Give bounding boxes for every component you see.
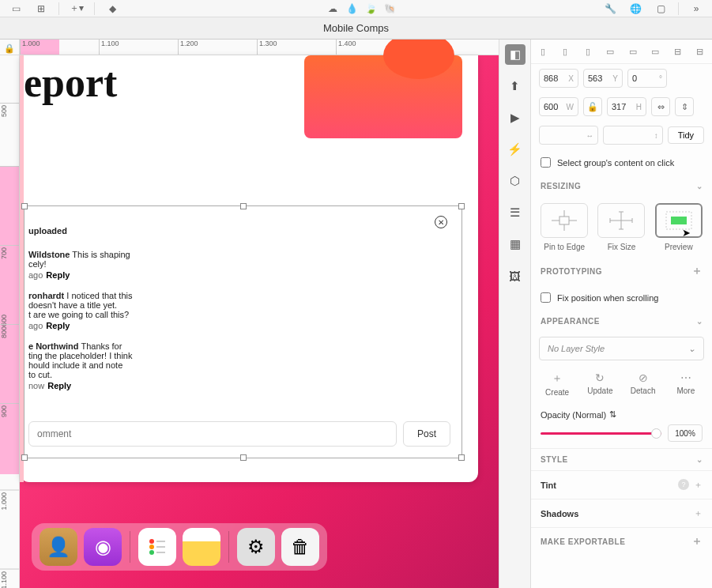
diamond-icon[interactable]: ◆ bbox=[104, 2, 120, 16]
fix-position-checkbox[interactable] bbox=[541, 292, 551, 303]
svg-rect-18 bbox=[671, 217, 687, 224]
flip-h-icon[interactable]: ⇔ bbox=[651, 97, 670, 116]
panel-icon[interactable]: ▭ bbox=[8, 2, 24, 16]
stepper-icon[interactable]: ⇅ bbox=[609, 409, 616, 420]
lock-aspect-icon[interactable]: 🔓 bbox=[583, 97, 602, 116]
tool-strip: ◧ ⬆ ▶ ⚡ ⬡ ☰ ▦ 🖼 bbox=[499, 40, 530, 588]
align-left-icon[interactable]: ▯ bbox=[536, 44, 550, 58]
dock-app-contacts[interactable]: 👤 bbox=[40, 528, 77, 566]
spacing-h-input[interactable]: ↔ bbox=[539, 126, 598, 145]
tool-pixel-icon[interactable]: ▦ bbox=[505, 234, 526, 254]
align-bottom-icon[interactable]: ▭ bbox=[648, 44, 662, 58]
resize-handle[interactable] bbox=[458, 454, 465, 461]
layer-style-select[interactable]: No Layer Style⌄ bbox=[539, 337, 704, 360]
comment-item: e Northwind Thanks for ting the placehol… bbox=[28, 341, 147, 390]
align-center-h-icon[interactable]: ▯ bbox=[558, 44, 572, 58]
canvas-content[interactable]: eport ✕ uploaded Wildstone This is shapi… bbox=[20, 55, 499, 588]
window-title: Mobile Comps bbox=[0, 17, 712, 40]
chevron-down-icon[interactable]: ⌄ bbox=[696, 317, 703, 326]
resize-handle[interactable] bbox=[240, 454, 247, 461]
close-icon[interactable]: ✕ bbox=[435, 216, 447, 228]
resize-handle[interactable] bbox=[458, 203, 465, 209]
tool-list-icon[interactable]: ☰ bbox=[505, 202, 526, 223]
plus-icon[interactable]: ＋ bbox=[694, 479, 703, 491]
expand-icon[interactable]: » bbox=[688, 2, 704, 16]
comment-item: Wildstone This is shaping cely! agoReply bbox=[28, 250, 147, 280]
align-right-icon[interactable]: ▯ bbox=[581, 44, 595, 58]
width-input[interactable]: 600W bbox=[539, 97, 578, 116]
refresh-icon: ↻ bbox=[578, 371, 621, 384]
distribute-h-icon[interactable]: ⊟ bbox=[671, 44, 685, 58]
x-input[interactable]: 868X bbox=[539, 69, 578, 88]
lock-icon[interactable]: 🔒 bbox=[4, 43, 15, 54]
shadows-row: Shadows ＋ bbox=[531, 499, 712, 527]
align-top-icon[interactable]: ▭ bbox=[603, 44, 617, 58]
wrench-icon[interactable]: 🔧 bbox=[602, 2, 618, 16]
svg-point-0 bbox=[149, 539, 154, 544]
flip-v-icon[interactable]: ⇕ bbox=[675, 97, 694, 116]
plus-icon[interactable]: ＋ bbox=[691, 264, 703, 278]
y-input[interactable]: 563Y bbox=[583, 69, 623, 88]
tool-image-icon[interactable]: 🖼 bbox=[505, 266, 526, 286]
drop-icon[interactable]: 💧 bbox=[344, 2, 360, 16]
chevron-down-icon[interactable]: ⌄ bbox=[696, 455, 703, 464]
tool-bolt-icon[interactable]: ⚡ bbox=[505, 139, 526, 160]
help-icon[interactable]: ? bbox=[678, 479, 689, 490]
leaf-icon[interactable]: 🍃 bbox=[363, 2, 379, 16]
comment-input[interactable] bbox=[28, 421, 397, 447]
resize-handle[interactable] bbox=[21, 203, 28, 209]
ruler-vertical[interactable]: 500 600 700 800 900 1.000 1.100 bbox=[0, 55, 20, 588]
opacity-slider[interactable] bbox=[541, 432, 661, 435]
canvas[interactable]: 🔒 1.000 1.100 1.200 1.300 1.400 1.500 50… bbox=[0, 40, 499, 588]
green-box-icon[interactable]: ▢ bbox=[653, 2, 669, 16]
resize-handle[interactable] bbox=[21, 454, 28, 461]
height-input[interactable]: 317H bbox=[607, 97, 646, 116]
reply-link[interactable]: Reply bbox=[46, 321, 70, 330]
tidy-button[interactable]: Tidy bbox=[668, 126, 704, 144]
plus-icon[interactable]: ＋ bbox=[691, 534, 703, 548]
rotation-input[interactable]: 0° bbox=[627, 69, 667, 88]
dock-app-trash[interactable]: 🗑 bbox=[281, 528, 319, 566]
tool-gear-icon[interactable]: ⬡ bbox=[505, 171, 526, 191]
orange-shape[interactable] bbox=[304, 55, 462, 138]
artboard[interactable]: eport ✕ uploaded Wildstone This is shapi… bbox=[20, 55, 478, 482]
preview-option[interactable]: ➤ bbox=[655, 203, 703, 238]
pin-to-edge-option[interactable] bbox=[541, 203, 588, 238]
tool-upload-icon[interactable]: ⬆ bbox=[505, 76, 526, 96]
plus-icon: ＋ bbox=[536, 371, 578, 386]
detach-button[interactable]: ⊘Detach bbox=[622, 371, 665, 397]
add-icon[interactable]: ＋▾ bbox=[69, 2, 85, 16]
resize-handle[interactable] bbox=[240, 203, 247, 209]
cloud-icon[interactable]: ☁ bbox=[325, 2, 341, 16]
globe-icon[interactable]: 🌐 bbox=[627, 2, 643, 16]
reply-link[interactable]: Reply bbox=[47, 381, 71, 390]
chevron-down-icon: ⌄ bbox=[688, 344, 695, 354]
spacing-v-input[interactable]: ↕ bbox=[603, 126, 662, 145]
tool-play-icon[interactable]: ▶ bbox=[505, 107, 526, 128]
distribute-v-icon[interactable]: ⊟ bbox=[693, 44, 707, 58]
dock-app-podcasts[interactable]: ◉ bbox=[84, 528, 122, 566]
dock-app-settings[interactable]: ⚙ bbox=[237, 528, 275, 566]
fix-size-option[interactable] bbox=[597, 203, 645, 238]
dock-app-notes[interactable] bbox=[183, 528, 220, 566]
fix-position-label: Fix position when scrolling bbox=[557, 293, 658, 303]
shell-icon[interactable]: 🐚 bbox=[382, 2, 397, 16]
grid-icon[interactable]: ⊞ bbox=[33, 2, 49, 16]
more-button[interactable]: ⋯More bbox=[665, 371, 707, 397]
opacity-input[interactable]: 100% bbox=[668, 424, 703, 442]
create-button[interactable]: ＋Create bbox=[536, 371, 578, 397]
reply-link[interactable]: Reply bbox=[46, 270, 70, 280]
update-button[interactable]: ↻Update bbox=[578, 371, 621, 397]
slider-thumb[interactable] bbox=[651, 428, 661, 439]
chevron-down-icon[interactable]: ⌄ bbox=[696, 182, 703, 190]
dock-app-reminders[interactable] bbox=[138, 528, 176, 566]
post-button[interactable]: Post bbox=[403, 421, 450, 447]
select-group-label: Select group's content on click bbox=[557, 158, 674, 168]
upload-label: uploaded bbox=[28, 226, 147, 236]
select-group-checkbox[interactable] bbox=[541, 157, 551, 168]
tool-components-icon[interactable]: ◧ bbox=[505, 44, 526, 65]
top-toolbar: ▭ ⊞ ＋▾ ◆ ☁ 💧 🍃 🐚 🔧 🌐 ▢ » bbox=[0, 0, 712, 17]
selection-box[interactable]: ✕ uploaded Wildstone This is shaping cel… bbox=[24, 205, 462, 458]
align-center-v-icon[interactable]: ▭ bbox=[626, 44, 640, 58]
plus-icon[interactable]: ＋ bbox=[694, 507, 703, 519]
